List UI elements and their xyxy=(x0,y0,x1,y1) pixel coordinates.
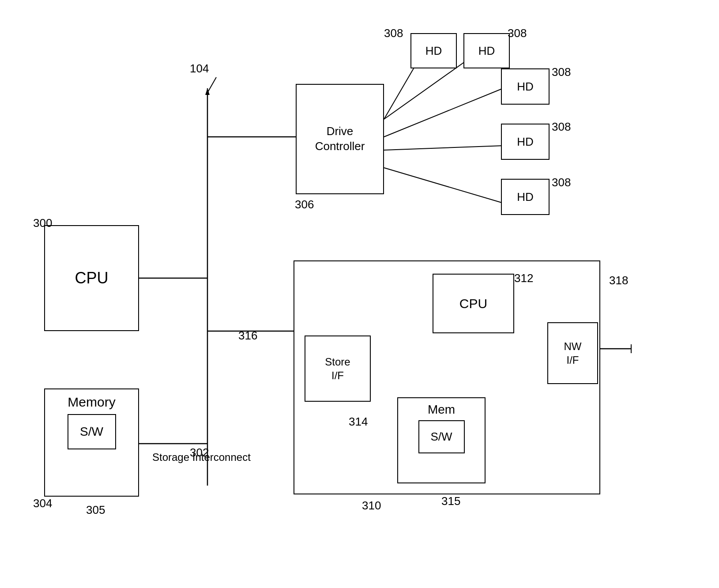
label-304: 304 xyxy=(33,497,52,510)
cpu-box-300: CPU xyxy=(44,225,139,331)
label-314: 314 xyxy=(349,415,368,429)
svg-line-6 xyxy=(384,60,468,119)
label-316: 316 xyxy=(238,329,257,343)
hd-box-1: HD xyxy=(410,33,457,68)
svg-line-7 xyxy=(384,88,503,137)
label-308-2: 308 xyxy=(508,26,527,40)
hd-box-2: HD xyxy=(463,33,510,68)
diagram-container: 104 CPU 300 Memory S/W 304 305 Storage I… xyxy=(0,0,719,588)
svg-line-20 xyxy=(207,77,216,93)
label-104: 104 xyxy=(190,62,209,75)
hd-box-3: HD xyxy=(501,68,550,105)
label-308-4: 308 xyxy=(552,120,571,134)
sw-box-inner-314: S/W xyxy=(418,420,465,453)
label-315: 315 xyxy=(441,494,460,508)
svg-line-9 xyxy=(384,168,503,203)
svg-marker-21 xyxy=(205,88,210,95)
svg-line-8 xyxy=(384,146,503,150)
store-if-box: Store I/F xyxy=(305,335,371,402)
sw-box-inner-304: S/W xyxy=(68,414,116,449)
svg-line-5 xyxy=(384,66,415,119)
drive-controller-box: Drive Controller xyxy=(296,84,384,194)
memory-box-304: Memory S/W xyxy=(44,388,139,497)
label-302: 302 xyxy=(190,446,209,460)
label-306: 306 xyxy=(295,198,314,211)
mem-box-314: Mem S/W xyxy=(397,397,486,483)
label-318: 318 xyxy=(609,274,628,287)
nw-if-box: NW I/F xyxy=(547,322,598,384)
hd-box-5: HD xyxy=(501,179,550,215)
hd-box-4: HD xyxy=(501,124,550,160)
label-305: 305 xyxy=(86,503,105,517)
label-308-5: 308 xyxy=(552,176,571,189)
label-312: 312 xyxy=(514,271,533,285)
label-308-3: 308 xyxy=(552,65,571,79)
cpu-box-312: CPU xyxy=(433,274,514,333)
label-310: 310 xyxy=(362,499,381,513)
label-300: 300 xyxy=(33,216,52,230)
label-308-1: 308 xyxy=(384,26,403,40)
